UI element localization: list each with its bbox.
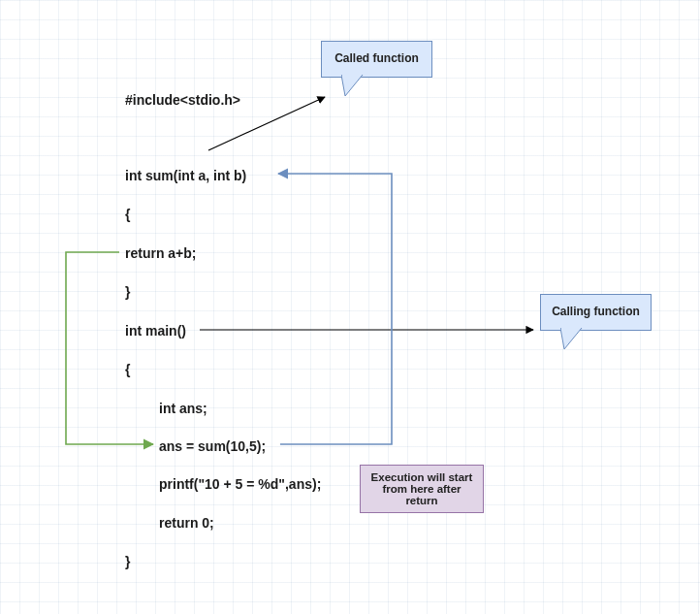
code-line-assign: ans = sum(10,5); xyxy=(159,438,266,454)
note-execution-label: Execution will start from here after ret… xyxy=(371,471,473,506)
code-line-brace-open1: { xyxy=(125,207,130,222)
code-line-main-decl: int main() xyxy=(125,323,186,339)
callout-calling-label: Calling function xyxy=(552,305,640,318)
callout-called-label: Called function xyxy=(334,51,419,65)
arrow-call-flow xyxy=(278,174,392,444)
code-line-brace-close1: } xyxy=(125,284,130,300)
code-line-int-ans: int ans; xyxy=(159,401,207,416)
callout-calling-function: Calling function xyxy=(540,294,652,331)
code-line-brace-open2: { xyxy=(125,362,130,377)
code-line-sum-decl: int sum(int a, int b) xyxy=(125,168,246,183)
callout-called-function: Called function xyxy=(321,41,432,78)
note-execution-start: Execution will start from here after ret… xyxy=(360,465,484,513)
arrow-return-flow xyxy=(66,252,153,444)
code-line-brace-close2: } xyxy=(125,554,130,569)
code-line-return0: return 0; xyxy=(159,515,214,531)
code-line-printf: printf("10 + 5 = %d",ans); xyxy=(159,476,321,492)
code-line-return-sum: return a+b; xyxy=(125,245,197,261)
code-line-include: #include<stdio.h> xyxy=(125,92,240,108)
svg-marker-2 xyxy=(560,328,582,349)
svg-marker-0 xyxy=(341,75,363,96)
